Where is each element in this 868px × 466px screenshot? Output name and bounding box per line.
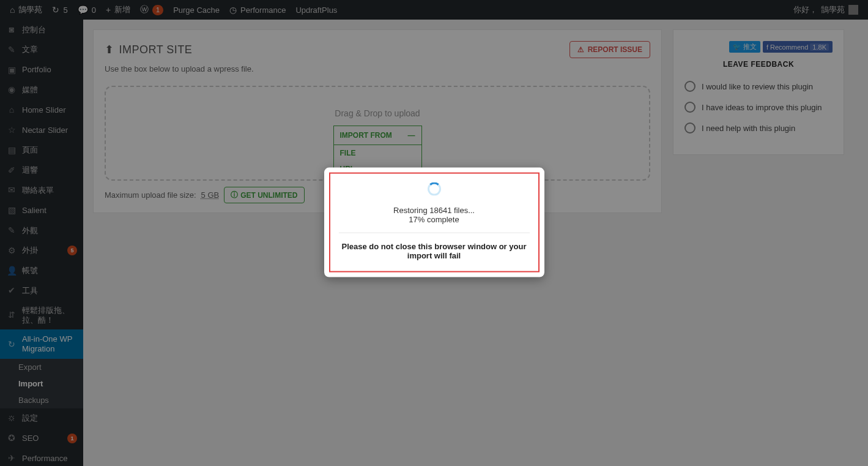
restore-warning: Please do not close this browser window … — [339, 241, 530, 260]
spinner-icon — [428, 182, 441, 195]
restore-modal-inner: Restoring 18641 files... 17% complete Pl… — [329, 172, 540, 272]
restore-status: Restoring 18641 files... — [339, 205, 530, 214]
restore-percent: 17% complete — [339, 214, 530, 224]
restore-modal: Restoring 18641 files... 17% complete Pl… — [324, 167, 544, 277]
